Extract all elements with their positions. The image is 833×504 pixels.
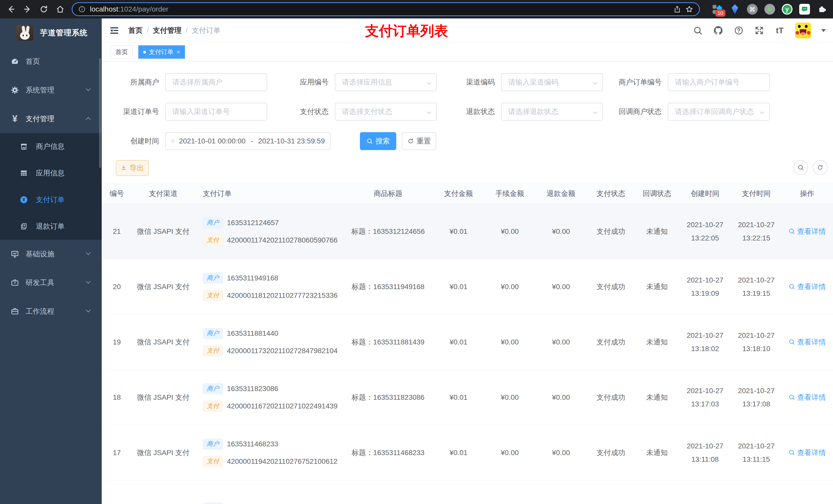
date-range-picker[interactable]: 2021-10-01 00:00:00 - 2021-10-31 23:59:5… (165, 132, 330, 150)
filter-label: 渠道编码 (437, 73, 501, 91)
tab-home[interactable]: 首页 (111, 45, 133, 58)
merchant-order-no-field[interactable] (668, 74, 769, 91)
filter-label: 所属商户 (102, 73, 165, 91)
merchant-order-no-input[interactable] (668, 73, 770, 91)
col-paid: 支付时间 (731, 189, 781, 198)
breadcrumb-payment[interactable]: 支付管理 (153, 26, 182, 35)
sidebar-toggle-icon[interactable] (109, 25, 120, 36)
date-end[interactable]: 2021-10-31 23:59:59 (258, 137, 325, 145)
view-detail-link[interactable]: 查看详情 (788, 337, 826, 347)
browser-reload-icon[interactable] (39, 4, 49, 14)
filter-pay-status: 支付状态 (271, 103, 437, 121)
filter-refund-status: 退款状态 (437, 103, 603, 121)
view-detail-link[interactable]: 查看详情 (788, 448, 826, 458)
browser-home-icon[interactable] (55, 4, 65, 14)
notify-status-select[interactable] (668, 103, 770, 121)
fullscreen-icon[interactable] (754, 25, 764, 35)
col-channel: 支付渠道 (132, 189, 195, 198)
magnifier-icon (788, 339, 795, 345)
sidebar-item-label: 工作流程 (26, 307, 54, 316)
channel-code-select[interactable] (501, 73, 603, 91)
table-row: 18 微信 JSAPI 支付 商户1635311823086 支付4200001… (102, 370, 833, 425)
breadcrumb-home[interactable]: 首页 (128, 26, 143, 35)
font-size-icon[interactable]: tT (775, 25, 785, 35)
sidebar-item-app-info[interactable]: 应用信息 (0, 160, 102, 187)
extension-green-dot-icon[interactable] (764, 4, 775, 15)
extension-command-icon[interactable] (747, 4, 758, 15)
sidebar-item-system[interactable]: 系统管理 (0, 76, 102, 104)
col-refund: 退款金额 (536, 189, 587, 198)
caret-down-icon[interactable] (821, 29, 826, 32)
channel-code-field[interactable] (502, 74, 602, 91)
merchant-tag: 商户 (203, 273, 223, 284)
chevron-down-icon (86, 279, 90, 284)
extension-gem-icon[interactable] (730, 4, 740, 15)
extension-pinned-icon[interactable]: 10 (712, 4, 723, 15)
browser-back-icon[interactable] (6, 4, 16, 14)
col-created: 创建时间 (679, 189, 731, 198)
hide-search-button[interactable] (793, 160, 808, 175)
sidebar-item-refund-order[interactable]: 退款订单 (0, 213, 102, 240)
pay-status-field[interactable] (335, 103, 436, 120)
search-button[interactable]: 搜索 (360, 132, 396, 150)
filter-label: 商户订单编号 (604, 73, 668, 91)
sidebar-scrollbar-thumb[interactable] (99, 58, 101, 168)
channel-order-no-field[interactable] (166, 103, 267, 120)
date-start[interactable]: 2021-10-01 00:00:00 (179, 137, 246, 145)
col-fee: 手续金额 (484, 189, 536, 198)
reset-button[interactable]: 重置 (402, 132, 436, 150)
view-detail-link[interactable]: 查看详情 (788, 392, 826, 402)
share-icon[interactable] (673, 5, 681, 13)
extension-y-icon[interactable]: y (782, 4, 792, 15)
col-amount: 支付金额 (433, 189, 484, 198)
table-header: 编号 支付渠道 支付订单 商品标题 支付金额 手续金额 退款金额 支付状态 回调… (102, 183, 833, 204)
view-detail-link[interactable]: 查看详情 (788, 282, 826, 292)
sidebar-item-home[interactable]: 首页 (0, 47, 102, 76)
export-button[interactable]: 导出 (116, 160, 148, 176)
site-info-icon[interactable] (78, 5, 86, 13)
merchant-tag: 商户 (203, 328, 223, 339)
download-icon (120, 165, 127, 171)
app-select[interactable] (335, 73, 437, 91)
extensions-puzzle-icon[interactable] (817, 4, 827, 15)
avatar[interactable] (795, 23, 811, 39)
refund-status-field[interactable] (502, 103, 602, 120)
sidebar-item-payment[interactable]: ¥ 支付管理 (0, 104, 102, 133)
merchant-tag: 商户 (203, 439, 223, 450)
sidebar-item-devtools[interactable]: 研发工具 (0, 268, 102, 297)
col-status: 支付状态 (587, 189, 635, 198)
refund-status-select[interactable] (501, 103, 603, 121)
sidebar-item-pay-order[interactable]: ¥ 支付订单 (0, 187, 102, 213)
refresh-icon (407, 138, 414, 144)
pay-status-select[interactable] (335, 103, 437, 121)
magnifier-icon (788, 394, 795, 401)
filter-create-time: 创建时间 2021-10-01 00:00:00 - 2021-10-31 23… (102, 132, 330, 150)
address-bar[interactable]: localhost:1024/pay/order (72, 2, 700, 16)
sidebar-item-infra[interactable]: 基础设施 (0, 240, 102, 268)
tab-pay-order[interactable]: 支付订单 × (138, 45, 185, 58)
view-detail-link[interactable]: 查看详情 (788, 226, 826, 236)
merchant-input-field[interactable] (166, 74, 267, 91)
merchant-input[interactable] (165, 73, 267, 91)
search-icon[interactable] (693, 25, 703, 35)
github-icon[interactable] (713, 25, 723, 35)
status-text: 支付成功 (587, 392, 635, 402)
sidebar-item-workflow[interactable]: 工作流程 (0, 297, 102, 326)
browser-forward-icon[interactable] (23, 4, 32, 14)
filter-channel-order-no: 渠道订单号 (102, 103, 267, 121)
sidebar-logo-row[interactable]: 芋道管理系统 (0, 19, 102, 47)
close-icon[interactable]: × (176, 48, 180, 55)
yen-circle-icon: ¥ (20, 195, 28, 204)
app-select-field[interactable] (335, 74, 436, 91)
notify-status-field[interactable] (668, 103, 769, 120)
question-icon[interactable] (734, 25, 744, 35)
bookmark-star-icon[interactable] (685, 5, 693, 13)
url-text[interactable]: localhost:1024/pay/order (90, 5, 169, 13)
extension-badge: 10 (715, 9, 725, 17)
extension-chat-icon[interactable] (799, 4, 810, 15)
tags-view-bar: 首页 支付订单 × (102, 43, 833, 62)
channel-order-no-input[interactable] (165, 103, 267, 121)
refresh-table-button[interactable] (813, 160, 828, 175)
svg-text:¥: ¥ (23, 197, 25, 202)
sidebar-item-merchant-info[interactable]: 商户信息 (0, 133, 102, 160)
